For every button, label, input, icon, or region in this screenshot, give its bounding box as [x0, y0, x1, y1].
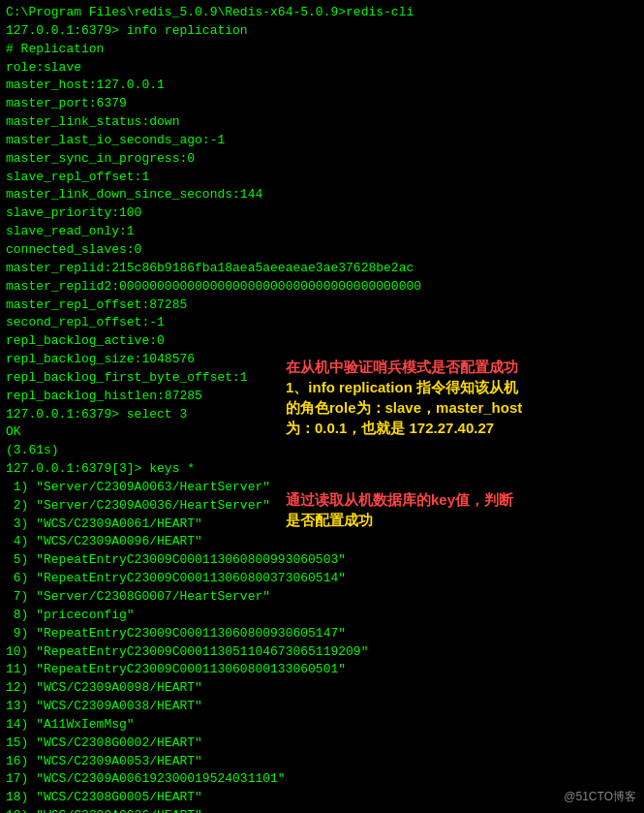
line-30: 4) "WCS/C2309A0096/HEART"	[6, 533, 638, 551]
line-3: # Replication	[6, 41, 638, 59]
line-40: 14) "A11WxIemMsg"	[6, 716, 638, 735]
line-9: master_sync_in_progress:0	[6, 150, 638, 169]
line-45: 19) "WCS/C2309A0036/HEART"	[6, 807, 638, 813]
line-24: OK	[6, 423, 638, 442]
line-33: 7) "Server/C2308G0007/HeartServer"	[6, 588, 638, 607]
line-39: 13) "WCS/C2309A0038/HEART"	[6, 698, 638, 716]
line-42: 16) "WCS/C2309A0053/HEART"	[6, 753, 638, 771]
line-44: 18) "WCS/C2308G0005/HEART"	[6, 789, 638, 807]
line-8: master_last_io_seconds_ago:-1	[6, 132, 638, 150]
line-11: master_link_down_since_seconds:144	[6, 186, 638, 204]
line-21: repl_backlog_first_byte_offset:1	[6, 369, 638, 388]
line-43: 17) "WCS/C2309A006192300019524031101"	[6, 770, 638, 789]
line-1: C:\Program Files\redis_5.0.9\Redis-x64-5…	[6, 4, 638, 22]
line-16: master_replid2:0000000000000000000000000…	[6, 278, 638, 297]
watermark: @51CTO博客	[564, 789, 636, 805]
line-37: 11) "RepeatEntryC23009C00011306080013306…	[6, 661, 638, 679]
line-5: master_host:127.0.0.1	[6, 77, 638, 95]
line-28: 2) "Server/C2309A0036/HeartServer"	[6, 497, 638, 516]
line-6: master_port:6379	[6, 95, 638, 113]
line-4: role:slave	[6, 59, 638, 78]
line-35: 9) "RepeatEntryC23009C000113060800930605…	[6, 625, 638, 643]
line-14: connected_slaves:0	[6, 241, 638, 260]
line-29: 3) "WCS/C2309A0061/HEART"	[6, 516, 638, 534]
line-31: 5) "RepeatEntryC23009C000113060800993060…	[6, 551, 638, 570]
terminal-window: C:\Program Files\redis_5.0.9\Redis-x64-5…	[0, 0, 644, 813]
line-27: 1) "Server/C2309A0063/HeartServer"	[6, 479, 638, 497]
line-41: 15) "WCS/C2308G0002/HEART"	[6, 735, 638, 753]
line-25: (3.61s)	[6, 442, 638, 460]
line-17: master_repl_offset:87285	[6, 297, 638, 315]
line-36: 10) "RepeatEntryC23009C00011305110467306…	[6, 643, 638, 662]
line-34: 8) "priceconfig"	[6, 607, 638, 625]
line-7: master_link_status:down	[6, 113, 638, 132]
line-12: slave_priority:100	[6, 204, 638, 223]
line-10: slave_repl_offset:1	[6, 169, 638, 187]
line-20: repl_backlog_size:1048576	[6, 351, 638, 369]
line-32: 6) "RepeatEntryC23009C000113060800373060…	[6, 570, 638, 588]
line-38: 12) "WCS/C2309A0098/HEART"	[6, 679, 638, 698]
line-13: slave_read_only:1	[6, 223, 638, 241]
line-15: master_replid:215c86b9186fba18aea5aeeaea…	[6, 260, 638, 278]
line-23: 127.0.0.1:6379> select 3	[6, 406, 638, 424]
line-26: 127.0.0.1:6379[3]> keys *	[6, 460, 638, 479]
line-2: 127.0.0.1:6379> info replication	[6, 22, 638, 41]
line-19: repl_backlog_active:0	[6, 332, 638, 351]
line-22: repl_backlog_histlen:87285	[6, 388, 638, 406]
line-18: second_repl_offset:-1	[6, 314, 638, 332]
